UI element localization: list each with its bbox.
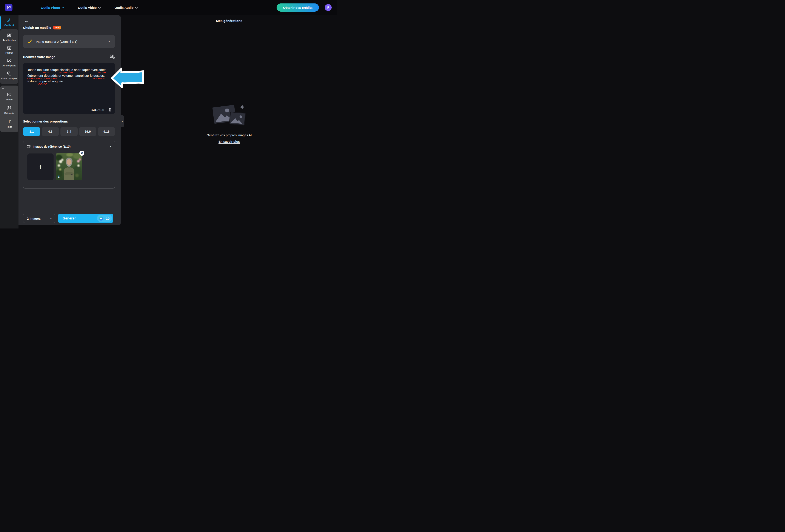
nav-outils-video[interactable]: Outils Vidéo xyxy=(78,6,101,9)
rail-group-assets: + Photos Éléments xyxy=(0,85,18,132)
char-counter: 131/2500 | xyxy=(92,108,111,111)
sidebar-item-label: Texte xyxy=(6,126,12,128)
ratio-9-16[interactable]: 9:16 xyxy=(98,127,115,136)
image-count-select[interactable]: 2 images ▼ xyxy=(23,214,55,223)
sidebar-item-outils-basiques[interactable]: Outils basiques xyxy=(0,71,18,80)
image-count-label: 2 images xyxy=(27,217,41,220)
svg-text:T: T xyxy=(8,119,11,124)
sidebar-item-label: Outils IA xyxy=(4,24,14,26)
nav-outils-photo-label: Outils Photo xyxy=(41,6,60,9)
plus-icon[interactable]: + xyxy=(2,86,4,91)
counter-separator: | xyxy=(106,108,106,111)
char-max: /2500 xyxy=(96,108,104,111)
active-indicator-bar xyxy=(0,16,1,29)
generator-panel: ← Choisir un modèle NEW Nano Banana 2 (G… xyxy=(19,15,121,225)
panel-collapse-handle[interactable]: ‹ xyxy=(121,115,124,127)
ratio-1-1[interactable]: 1:1 xyxy=(23,127,40,136)
sidebar-item-elements[interactable]: Éléments xyxy=(0,106,18,115)
chevron-down-icon xyxy=(62,7,64,8)
dropdown-caret-icon: ▼ xyxy=(50,217,52,220)
app-root: Outils Photo Outils Vidéo Outils Audio O… xyxy=(0,0,337,229)
credit-cost-badge: -10 xyxy=(97,215,112,222)
top-nav: Outils Photo Outils Vidéo Outils Audio O… xyxy=(0,0,337,15)
generate-button[interactable]: Générer -10 xyxy=(58,214,113,223)
sidebar-item-label: Arrière-plans xyxy=(3,64,16,67)
nav-outils-photo[interactable]: Outils Photo xyxy=(41,6,64,9)
describe-title: Décrivez votre image xyxy=(23,55,55,59)
nav-outils-audio[interactable]: Outils Audio xyxy=(115,6,137,9)
chevron-down-icon xyxy=(98,7,101,8)
photos-icon xyxy=(7,92,12,97)
char-count: 131 xyxy=(92,108,96,111)
model-name: Nano Banana 2 (Gemini 3.1) xyxy=(36,40,77,44)
text-icon: T xyxy=(7,119,12,125)
ratio-16-9[interactable]: 16:9 xyxy=(79,127,96,136)
brand-logo[interactable] xyxy=(5,4,12,11)
credit-cost: -10 xyxy=(105,217,109,220)
empty-caption: Générez vos propres images AI xyxy=(206,133,252,137)
dropdown-caret-icon: ▼ xyxy=(108,40,110,43)
sidebar-item-label: Photos xyxy=(6,98,13,101)
collapse-triangle-icon[interactable]: ▲ xyxy=(109,145,111,148)
sidebar-item-texte[interactable]: T Texte xyxy=(0,119,18,128)
elements-shapes-icon xyxy=(7,106,12,111)
proportions-title: Sélectionner des proportions xyxy=(23,119,68,123)
ratio-4-3[interactable]: 4:3 xyxy=(42,127,59,136)
prompt-textarea[interactable]: Donne moi une coupe classique short tape… xyxy=(23,63,115,114)
brand-m-icon xyxy=(6,5,11,10)
reference-photo xyxy=(56,153,82,180)
trash-icon[interactable] xyxy=(108,108,111,111)
images-stack-icon xyxy=(26,144,31,149)
backgrounds-icon xyxy=(7,58,12,63)
portrait-icon xyxy=(7,45,12,51)
ratio-3-4[interactable]: 3:4 xyxy=(60,127,78,136)
model-select[interactable]: Nano Banana 2 (Gemini 3.1) ▼ xyxy=(23,35,115,48)
basic-tools-icon xyxy=(7,71,12,76)
reference-header: Images de référence (1/10) ▲ xyxy=(23,141,115,149)
sidebar-item-portrait[interactable]: Portrait xyxy=(0,45,18,54)
nav-outils-video-label: Outils Vidéo xyxy=(78,6,97,9)
reference-number: 1 xyxy=(58,175,59,179)
nav-outils-audio-label: Outils Audio xyxy=(115,6,133,9)
generations-area: Mes générations Générez vos propres imag… xyxy=(121,15,337,229)
generations-title: Mes générations xyxy=(121,19,337,23)
describe-row: Décrivez votre image xyxy=(23,54,115,60)
sidebar-item-label: Éléments xyxy=(4,112,14,115)
remove-reference-icon[interactable]: ✕ xyxy=(79,151,84,156)
sidebar-item-outils-ia[interactable]: Outils IA xyxy=(0,15,19,28)
sidebar-item-label: Portrait xyxy=(5,52,13,54)
magic-wand-icon xyxy=(7,18,12,23)
reference-title: Images de référence (1/10) xyxy=(33,145,71,148)
add-reference-tile[interactable]: + xyxy=(27,154,54,180)
sidebar-item-amelioration[interactable]: Amélioration xyxy=(0,33,18,42)
new-badge: NEW xyxy=(53,26,61,29)
main-menu: Outils Photo Outils Vidéo Outils Audio xyxy=(41,0,137,15)
empty-state: Générez vos propres images AI En savoir … xyxy=(121,103,337,143)
sidebar-item-arriere-plans[interactable]: Arrière-plans xyxy=(0,58,18,67)
ratio-group: 1:1 4:3 3:4 16:9 9:16 xyxy=(23,127,115,136)
sidebar-item-label: Outils basiques xyxy=(1,77,17,80)
reference-images-box: Images de référence (1/10) ▲ + xyxy=(23,141,115,188)
learn-more-link[interactable]: En savoir plus xyxy=(219,140,240,143)
generate-label: Générer xyxy=(62,216,76,220)
choose-model-title: Choisir un modèle xyxy=(23,26,51,29)
back-button[interactable]: ← xyxy=(24,18,30,24)
get-credits-button[interactable]: Obtenir des crédits xyxy=(277,3,319,11)
chevron-down-icon xyxy=(135,7,137,8)
rail-group-ai-tools: Amélioration Portrait xyxy=(0,29,18,84)
credit-icon xyxy=(99,216,103,221)
left-rail: Outils IA Amélioration xyxy=(0,15,19,229)
image-enhance-icon xyxy=(7,33,12,38)
prompt-text: Donne moi une coupe classique short tape… xyxy=(27,67,111,84)
sidebar-item-photos[interactable]: Photos xyxy=(0,92,18,101)
sidebar-item-label: Amélioration xyxy=(3,39,16,42)
reference-thumbnail[interactable]: ✕ 1 xyxy=(56,153,82,180)
image-add-icon[interactable] xyxy=(110,54,115,60)
choose-model-row: Choisir un modèle NEW xyxy=(23,26,61,29)
user-avatar[interactable]: F xyxy=(325,4,332,11)
empty-images-icon xyxy=(211,103,248,127)
panel-footer: 2 images ▼ Générer -10 xyxy=(23,214,115,223)
banana-icon xyxy=(27,38,33,45)
